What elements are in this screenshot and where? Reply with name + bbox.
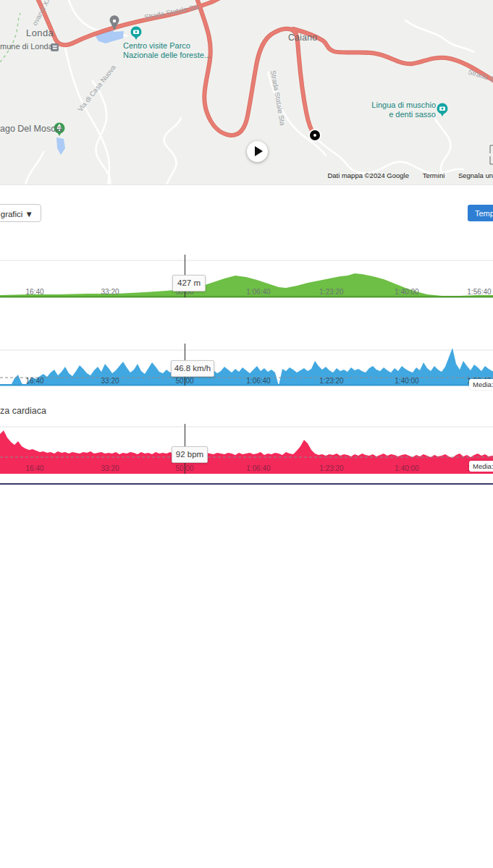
heart-rate-cursor-tooltip: 92 bpm [172,446,208,463]
map-label-centro-line1: Centro visite Parco [123,41,211,51]
elevation-chart-canvas[interactable]: 16:4033:2050:001:06:401:23:201:40:001:56… [0,253,493,298]
attribution-data: Dati mappa ©2024 Google [327,171,409,179]
axis-tick: 1:23:20 [319,464,344,472]
play-button[interactable] [247,141,268,162]
axis-tick: 16:40 [25,464,43,472]
heart-rate-chart-title: za cardiaca [0,406,46,416]
axis-tick: 33:20 [101,464,119,472]
attribution-terms-link[interactable]: Termini [423,171,445,179]
map-attribution: Dati mappa ©2024 Google Termini Segnala … [327,171,493,179]
play-icon [255,146,263,156]
tempo-toggle-button[interactable]: Tempo [468,205,493,221]
map-label-lingua-line1: Lingua di muschio [366,101,436,110]
map-label-centro-line2: Nazionale delle foreste... [123,51,211,60]
axis-tick: 16:40 [25,288,43,296]
speed-cursor-tooltip: 46.8 km/h [171,360,214,377]
section-divider [0,483,493,485]
axis-tick: 16:40 [25,377,43,385]
elevation-cursor-tooltip: 427 m [172,275,206,292]
map-label-lingua-line2: e denti sasso [366,110,436,119]
speed-average-badge: Media: [469,379,493,390]
map-label-lago-del-moscia: ago Del Moscia [0,124,62,134]
heart-rate-chart[interactable]: 16:4033:2050:001:06:401:23:201:40:001:56… [0,422,493,475]
speed-chart[interactable]: 16:4033:2050:001:06:401:23:201:40:001:56… [0,342,493,386]
activity-analysis-page: Strada Statale Sta ovanni XXIII Via di C… [0,0,493,868]
attribution-report-link[interactable]: Segnala un [458,171,493,179]
building-icon-detail [53,46,57,47]
baseline [0,296,493,298]
map-label-comune-di-londa: mune di Londa [0,42,53,51]
axis-tick: 1:40:00 [395,288,419,296]
axis-tick: 1:56:40 [467,288,492,296]
axis-tick: 1:06:40 [246,377,271,385]
speed-chart-canvas[interactable]: 16:4033:2050:001:06:401:23:201:40:001:56… [0,342,493,386]
axis-tick: 1:06:40 [246,464,271,472]
axis-tick: 33:20 [101,377,119,385]
map-label-londa: Londa [26,27,54,38]
map-label-lingua: Lingua di muschio e denti sasso [366,101,436,119]
map-label-caiano: Caiano [288,33,317,43]
axis-tick: 1:40:00 [395,464,419,472]
map-label-centro-visite: Centro visite Parco Nazionale delle fore… [123,41,211,60]
route-map[interactable]: Strada Statale Sta ovanni XXIII Via di C… [0,0,493,185]
axis-tick: 1:23:20 [319,377,344,385]
axis-tick: 1:06:40 [246,288,271,296]
building-icon-detail [53,48,57,49]
heart-rate-average-badge: Media: [469,461,493,472]
map-canvas: Strada Statale Sta ovanni XXIII Via di C… [0,0,493,184]
heart-rate-chart-canvas[interactable]: 16:4033:2050:001:06:401:23:201:40:001:56… [0,422,493,475]
current-position-dot [308,129,321,142]
charts-menu-button[interactable]: a grafici ▼ [0,204,41,222]
elevation-chart[interactable]: 16:4033:2050:001:06:401:23:201:40:001:56… [0,253,493,298]
axis-tick: 33:20 [101,288,119,296]
axis-tick: 1:40:00 [395,377,419,385]
axis-tick: 1:23:20 [319,288,344,296]
